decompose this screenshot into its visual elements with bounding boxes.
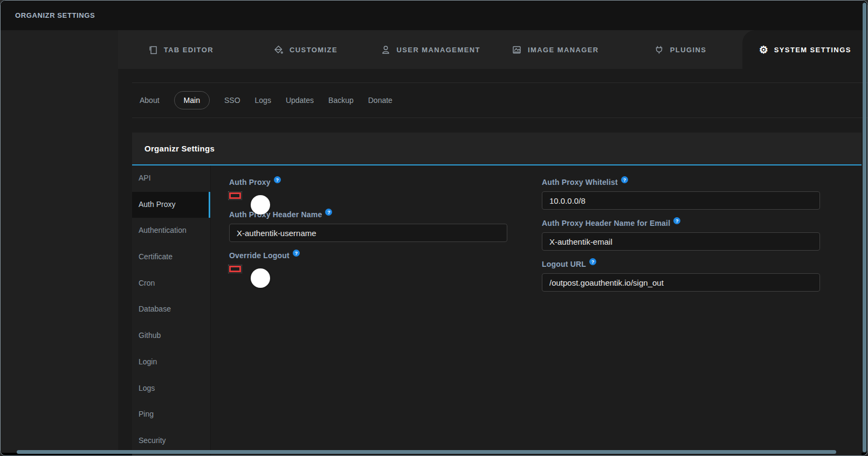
paint-bucket-icon — [273, 45, 284, 55]
card-header: Organizr Settings — [132, 133, 862, 165]
red-highlight-box — [229, 266, 241, 272]
auth-proxy-settings-panel: Auth Proxy ? — [211, 165, 862, 455]
subtab-logs[interactable]: Logs — [255, 92, 271, 109]
auth-proxy-email-header-group: Auth Proxy Header Name for Email ? — [542, 219, 820, 251]
nav-item-auth-proxy[interactable]: Auth Proxy — [132, 192, 210, 218]
tab-label: IMAGE MANAGER — [528, 46, 599, 54]
vertical-scrollbar[interactable] — [863, 3, 866, 452]
subtab-main[interactable]: Main — [174, 91, 210, 109]
horizontal-scrollbar[interactable] — [17, 450, 836, 454]
logout-url-group: Logout URL ? — [542, 260, 820, 292]
toggle-knob — [251, 195, 270, 215]
page-title: ORGANIZR SETTINGS — [15, 11, 95, 19]
red-highlight-box — [229, 192, 241, 199]
auth-proxy-whitelist-group: Auth Proxy Whitelist ? — [542, 178, 820, 210]
nav-item-certificate[interactable]: Certificate — [132, 244, 210, 271]
tab-customize[interactable]: CUSTOMIZE — [243, 30, 368, 69]
user-icon — [381, 45, 391, 55]
system-settings-subtab-bar: About Main SSO Logs Updates Backup Donat… — [132, 82, 867, 118]
left-spacer-column — [1, 30, 118, 453]
auth-proxy-whitelist-label: Auth Proxy Whitelist — [542, 178, 618, 186]
toggle-knob — [251, 268, 270, 288]
nav-item-authentication[interactable]: Authentication — [132, 218, 210, 244]
tab-label: TAB EDITOR — [164, 46, 213, 54]
tab-tab-editor[interactable]: TAB EDITOR — [118, 30, 243, 69]
auth-proxy-toggle-group: Auth Proxy ? — [229, 178, 507, 201]
tab-image-manager[interactable]: IMAGE MANAGER — [493, 30, 618, 69]
tab-editor-icon — [148, 45, 158, 55]
organizr-settings-window: ORGANIZR SETTINGS TAB EDITOR — [0, 0, 868, 456]
tab-label: SYSTEM SETTINGS — [774, 46, 851, 54]
top-header-bar: ORGANIZR SETTINGS — [1, 1, 867, 30]
logout-url-label: Logout URL — [542, 260, 586, 268]
tab-label: USER MANAGEMENT — [397, 46, 480, 54]
override-logout-label: Override Logout — [229, 251, 290, 260]
tab-system-settings[interactable]: ⚙ SYSTEM SETTINGS — [742, 30, 867, 69]
help-icon[interactable]: ? — [274, 176, 281, 183]
auth-proxy-email-header-label: Auth Proxy Header Name for Email — [542, 219, 670, 227]
gear-icon: ⚙ — [759, 45, 768, 55]
help-icon[interactable]: ? — [673, 217, 680, 224]
nav-item-ping[interactable]: Ping — [132, 402, 210, 428]
subtab-backup[interactable]: Backup — [328, 92, 354, 109]
subtab-updates[interactable]: Updates — [286, 92, 314, 109]
nav-item-api[interactable]: API — [132, 165, 210, 192]
tab-label: CUSTOMIZE — [290, 46, 337, 54]
override-logout-toggle-group: Override Logout ? — [229, 251, 507, 274]
auth-proxy-header-name-label: Auth Proxy Header Name — [229, 210, 322, 219]
nav-item-database[interactable]: Database — [132, 296, 210, 323]
subtab-donate[interactable]: Donate — [368, 92, 392, 109]
logout-url-input[interactable] — [542, 273, 820, 292]
subtab-about[interactable]: About — [140, 92, 160, 109]
card-title: Organizr Settings — [144, 144, 215, 153]
tab-plugins[interactable]: PLUGINS — [618, 30, 743, 69]
help-icon[interactable]: ? — [589, 258, 596, 265]
nav-item-cron[interactable]: Cron — [132, 271, 210, 297]
help-icon[interactable]: ? — [325, 209, 332, 216]
nav-item-logs[interactable]: Logs — [132, 376, 210, 402]
plug-icon — [654, 45, 664, 55]
auth-proxy-label: Auth Proxy — [229, 178, 271, 186]
auth-proxy-email-header-input[interactable] — [542, 232, 820, 251]
auth-proxy-header-name-input[interactable] — [229, 224, 507, 242]
organizr-settings-card: Organizr Settings API Auth Proxy Authent… — [132, 133, 862, 455]
tab-label: PLUGINS — [670, 46, 707, 54]
auth-proxy-header-name-group: Auth Proxy Header Name ? — [229, 210, 507, 242]
settings-tab-bar: TAB EDITOR CUSTOMIZE USER MANAGEMEN — [118, 30, 867, 69]
help-icon[interactable]: ? — [621, 176, 628, 183]
image-icon — [512, 45, 522, 55]
nav-item-login[interactable]: Login — [132, 349, 210, 376]
tab-user-management[interactable]: USER MANAGEMENT — [368, 30, 493, 69]
auth-proxy-whitelist-input[interactable] — [542, 191, 820, 210]
settings-section-nav: API Auth Proxy Authentication Certificat… — [132, 165, 211, 455]
help-icon[interactable]: ? — [293, 250, 300, 257]
subtab-sso[interactable]: SSO — [224, 92, 240, 109]
nav-item-github[interactable]: Github — [132, 323, 210, 349]
